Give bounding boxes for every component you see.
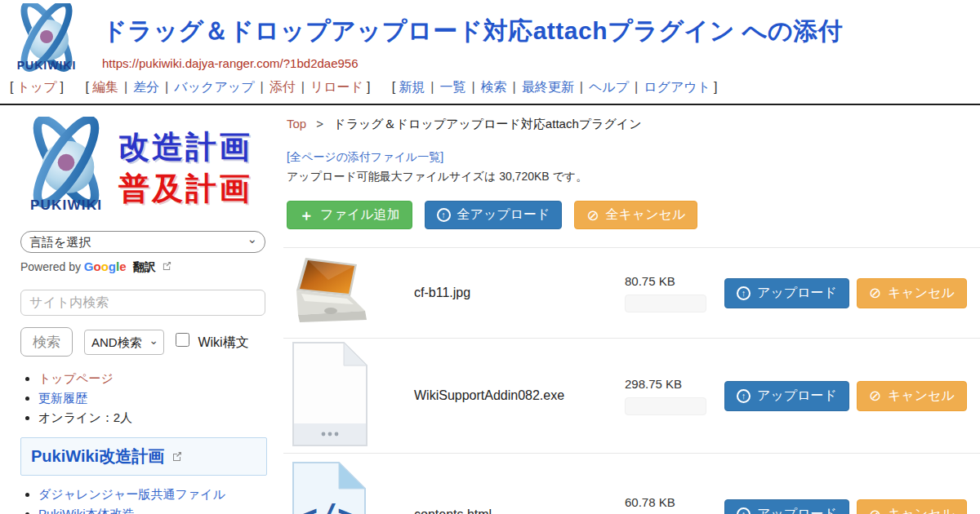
circle-arrow-up-icon: ↑ xyxy=(737,286,751,300)
nav-top[interactable]: トップ xyxy=(16,80,56,94)
site-search-input[interactable] xyxy=(20,290,265,316)
sidebar-item-core-mods[interactable]: PukiWiki本体改造 xyxy=(38,507,135,514)
circle-arrow-up-icon: ↑ xyxy=(437,208,451,222)
list-item: ダジャレンジャー版共通ファイル xyxy=(38,485,267,503)
file-size: 60.78 KB xyxy=(625,495,723,509)
file-name: contents.html xyxy=(414,507,625,514)
nav-new[interactable]: 新規 xyxy=(399,80,425,94)
upload-button[interactable]: ↑ アップロード xyxy=(724,499,849,514)
nav-recent[interactable]: 最終更新 xyxy=(522,80,574,94)
cancel-button[interactable]: ⊘ キャンセル xyxy=(857,278,967,308)
page-title: ドラッグ＆ドロップアップロード対応attachプラグイン への添付 xyxy=(102,15,843,48)
page-url-link[interactable]: https://pukiwiki.dajya-ranger.com/?1bd2d… xyxy=(102,56,359,70)
online-count: オンライン：2人 xyxy=(38,410,132,424)
google-logo: Google xyxy=(84,259,130,273)
nav-reload[interactable]: リロード xyxy=(310,80,363,94)
file-row: cf-b11.jpg 80.75 KB ↑ アップロード ⊘ キャンセル xyxy=(283,247,980,338)
list-item: トップページ xyxy=(38,370,267,388)
nav-help[interactable]: ヘルプ xyxy=(589,80,629,94)
search-button[interactable]: 検索 xyxy=(20,327,73,357)
svg-text:PUKIWIKI: PUKIWIKI xyxy=(17,59,77,72)
sidebar-item-top-page[interactable]: トップページ xyxy=(38,371,114,385)
svg-text:PUKIWIKI: PUKIWIKI xyxy=(30,197,102,213)
top-nav: [トップ] [編集|差分|バックアップ|添付|リロード] [新規|一覧|検索|最… xyxy=(0,79,980,100)
nav-attach[interactable]: 添付 xyxy=(270,80,296,94)
sidebar-banner[interactable]: PUKIWIKI 改造計画 普及計画 xyxy=(20,117,267,219)
external-link-icon xyxy=(172,446,182,465)
all-attachments-link[interactable]: [全ページの添付ファイル一覧] xyxy=(287,150,443,165)
google-translate-credit: Powered by Google 翻訳 xyxy=(20,259,267,275)
cancel-all-button[interactable]: ⊘ 全キャンセル xyxy=(574,201,697,229)
file-name: cf-b11.jpg xyxy=(414,286,625,300)
breadcrumb-current: ドラッグ＆ドロップアップロード対応attachプラグイン xyxy=(333,117,641,131)
list-item: PukiWiki本体改造 xyxy=(38,505,267,514)
external-link-icon xyxy=(163,259,172,273)
sidebar-heading-kaizou[interactable]: PukiWiki改造計画 xyxy=(20,437,267,476)
upload-button[interactable]: ↑ アップロード xyxy=(724,381,849,411)
site-header: PUKIWIKI ドラッグ＆ドロップアップロード対応attachプラグイン への… xyxy=(0,0,980,79)
atom-logo-icon: PUKIWIKI xyxy=(7,3,87,78)
breadcrumb-top-link[interactable]: Top xyxy=(287,117,306,131)
ban-circle-icon: ⊘ xyxy=(869,286,881,300)
cancel-button[interactable]: ⊘ キャンセル xyxy=(857,499,967,514)
file-row: </> contents.html 60.78 KB ↑ アップロード ⊘ キャ… xyxy=(283,453,980,514)
banner-text: 改造計画 普及計画 xyxy=(118,126,252,210)
list-item: 更新履歴 xyxy=(38,389,267,407)
nav-search[interactable]: 検索 xyxy=(481,80,507,94)
list-item: オンライン：2人 xyxy=(38,409,267,427)
upload-button[interactable]: ↑ アップロード xyxy=(724,278,849,308)
atom-logo-icon: PUKIWIKI xyxy=(20,117,112,219)
nav-edit[interactable]: 編集 xyxy=(92,80,118,94)
sidebar: PUKIWIKI 改造計画 普及計画 言語を選択 ⌄ Powered by Go… xyxy=(0,105,282,514)
banner-line-2: 普及計画 xyxy=(118,168,252,210)
sidebar-links-plugins: ダジャレンジャー版共通ファイル PukiWiki本体改造 PukiWikiテキス… xyxy=(38,485,267,514)
upload-toolbar: ＋ ファイル追加 ↑ 全アップロード ⊘ 全キャンセル xyxy=(287,201,980,229)
wiki-syntax-checkbox[interactable] xyxy=(176,333,189,347)
cancel-button[interactable]: ⊘ キャンセル xyxy=(857,381,967,411)
main-content: Top > ドラッグ＆ドロップアップロード対応attachプラグイン [全ページ… xyxy=(282,105,980,514)
file-name: WikiSupportAddin082.exe xyxy=(414,388,625,403)
file-size: 298.75 KB xyxy=(625,377,723,391)
plus-icon: ＋ xyxy=(299,208,314,223)
banner-line-1: 改造計画 xyxy=(118,126,252,168)
circle-arrow-up-icon: ↑ xyxy=(737,389,751,403)
wiki-syntax-label: Wiki構文 xyxy=(198,335,248,349)
ban-circle-icon: ⊘ xyxy=(869,507,881,514)
nav-backup[interactable]: バックアップ xyxy=(174,80,254,94)
search-mode-select[interactable]: AND検索 xyxy=(84,330,164,355)
ban-circle-icon: ⊘ xyxy=(586,208,599,223)
file-row: WikiSupportAddin082.exe 298.75 KB ↑ アップロ… xyxy=(283,338,980,453)
generic-file-icon xyxy=(292,341,368,447)
breadcrumb: Top > ドラッグ＆ドロップアップロード対応attachプラグイン xyxy=(283,112,980,132)
sidebar-links-primary: トップページ 更新履歴 オンライン：2人 xyxy=(38,370,267,426)
add-files-button[interactable]: ＋ ファイル追加 xyxy=(287,201,412,229)
sidebar-item-update-history[interactable]: 更新履歴 xyxy=(38,391,87,405)
ban-circle-icon: ⊘ xyxy=(869,388,881,403)
html-code-file-icon: </> xyxy=(292,461,367,514)
max-filesize-note: アップロード可能最大ファイルサイズは 30,720KB です。 xyxy=(287,170,980,184)
circle-arrow-up-icon: ↑ xyxy=(737,507,751,514)
nav-logout[interactable]: ログアウト xyxy=(644,80,710,94)
sidebar-item-common-files[interactable]: ダジャレンジャー版共通ファイル xyxy=(38,487,225,501)
language-select[interactable]: 言語を選択 xyxy=(20,231,265,253)
upload-all-button[interactable]: ↑ 全アップロード xyxy=(425,201,563,229)
upload-progress-bar xyxy=(625,295,706,312)
nav-diff[interactable]: 差分 xyxy=(133,80,159,94)
file-size: 80.75 KB xyxy=(625,274,723,288)
upload-progress-bar xyxy=(625,397,706,415)
pukiwiki-logo[interactable]: PUKIWIKI xyxy=(7,3,87,82)
svg-text:</>: </> xyxy=(298,498,357,514)
nav-list[interactable]: 一覧 xyxy=(439,80,466,94)
laptop-photo-thumbnail xyxy=(292,255,373,327)
